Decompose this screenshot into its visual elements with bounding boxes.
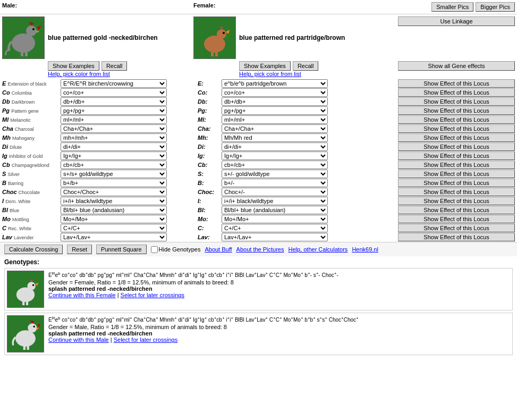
- female-locus-select-db[interactable]: db+/db+: [222, 97, 328, 106]
- female-locus-select-e[interactable]: e^b/e^b partridge/brown: [222, 79, 328, 88]
- svg-marker-31: [30, 320, 35, 323]
- henk-link[interactable]: Henk69.nl: [352, 246, 378, 253]
- female-locus-select-ig[interactable]: Ig+/Ig+: [222, 152, 328, 160]
- male-locus-select-b[interactable]: b+/b+: [61, 179, 167, 187]
- female-locus-label-ig: Ig:: [198, 153, 222, 159]
- use-linkage-button[interactable]: Use Linkage: [398, 16, 515, 26]
- female-locus-select-pg[interactable]: pg+/pg+: [222, 106, 328, 115]
- svg-marker-21: [30, 279, 33, 282]
- bigger-pics-button[interactable]: Bigger Pics: [476, 2, 515, 12]
- svg-marker-3: [29, 22, 34, 26]
- about-pictures-link[interactable]: About the Pictures: [236, 246, 284, 253]
- female-locus-select-ml[interactable]: ml+/ml+: [222, 115, 328, 124]
- female-locus-select-mo[interactable]: Mo+/Mo+: [222, 215, 328, 223]
- female-locus-select-co[interactable]: co+/co+: [222, 88, 328, 97]
- show-effect-button-pg[interactable]: Show Effect of this Locus: [398, 106, 515, 115]
- female-locus-select-bl[interactable]: Bl/bl+ blue (andalusian): [222, 206, 328, 214]
- about-buff-link[interactable]: About Buff: [205, 246, 232, 253]
- show-all-gene-button[interactable]: Show all Gene effects: [398, 61, 515, 71]
- female-recall-button[interactable]: Recall: [293, 61, 319, 71]
- male-locus-select-cb[interactable]: cb+/cb+: [61, 161, 167, 169]
- select-female-link[interactable]: Select for later crossings: [121, 292, 184, 298]
- female-locus-select-di[interactable]: di+/di+: [222, 142, 328, 151]
- female-show-examples-button[interactable]: Show Examples: [239, 61, 291, 71]
- show-effect-button-e[interactable]: Show Effect of this Locus: [398, 79, 515, 88]
- male-locus-select-e[interactable]: E^R/E^R birchen/crowwing: [61, 79, 167, 88]
- show-effect-button-di[interactable]: Show Effect of this Locus: [398, 142, 515, 151]
- locus-symbol-pg: Pg: [2, 107, 10, 114]
- help-other-link[interactable]: Help, other Calculators: [288, 246, 348, 253]
- female-genotype-info: EReb co+co+ db+db+ pg+pg+ ml+ml+ Cha+Cha…: [48, 271, 510, 298]
- female-locus-select-choc[interactable]: Choc+/-: [222, 188, 328, 196]
- male-locus-select-choc[interactable]: Choc+/Choc+: [61, 188, 167, 196]
- female-locus-row-s: S:s+/- gold/wildtype: [198, 170, 385, 178]
- male-locus-select-mo[interactable]: Mo+/Mo+: [61, 215, 167, 223]
- hide-genotypes-checkbox[interactable]: [151, 246, 158, 253]
- male-locus-select-c[interactable]: C+/C+: [61, 224, 167, 232]
- continue-female-link[interactable]: Continue with this Female: [48, 292, 116, 298]
- hide-genotypes-label[interactable]: Hide Genotypes: [151, 246, 201, 253]
- female-locus-row-i: I:i+/i+ black/wildtype: [198, 197, 385, 205]
- male-locus-select-cha[interactable]: Cha+/Cha+: [61, 124, 167, 133]
- show-effect-button-cha[interactable]: Show Effect of this Locus: [398, 124, 515, 133]
- show-effect-button-mo[interactable]: Show Effect of this Locus: [398, 215, 515, 223]
- show-effect-button-s[interactable]: Show Effect of this Locus: [398, 170, 515, 178]
- male-genotype-formula: EReb co+co+ db+db+ pg+pg+ ml+ml+ Cha+Cha…: [48, 315, 510, 324]
- male-locus-select-mh[interactable]: mh+/mh+: [61, 133, 167, 142]
- show-effect-button-mh[interactable]: Show Effect of this Locus: [398, 133, 515, 142]
- male-help-link[interactable]: Help, pick color from list: [48, 71, 110, 77]
- female-help-link[interactable]: Help, pick color from list: [239, 71, 301, 77]
- male-locus-select-co[interactable]: co+/co+: [61, 88, 167, 97]
- male-locus-select-db[interactable]: db+/db+: [61, 97, 167, 106]
- female-bird-image: [193, 16, 236, 59]
- male-locus-select-i[interactable]: i+/i+ black/wildtype: [61, 197, 167, 205]
- locus-name-ml: Melanotic: [10, 117, 31, 123]
- locus-name-b: Barring: [8, 181, 23, 186]
- male-locus-select-s[interactable]: s+/s+ gold/wildtype: [61, 170, 167, 178]
- male-locus-select-lav[interactable]: Lav+/Lav+: [61, 233, 167, 241]
- show-effect-button-b[interactable]: Show Effect of this Locus: [398, 179, 515, 187]
- male-genotype-info: EReb co+co+ db+db+ pg+pg+ ml+ml+ Cha+Cha…: [48, 315, 510, 343]
- svg-point-16: [223, 32, 225, 34]
- smaller-pics-button[interactable]: Smaller Pics: [431, 2, 473, 12]
- show-effect-button-co[interactable]: Show Effect of this Locus: [398, 88, 515, 97]
- female-locus-row-mo: Mo:Mo+/Mo+: [198, 215, 385, 223]
- female-locus-select-s[interactable]: s+/- gold/wildtype: [222, 170, 328, 178]
- select-male-link[interactable]: Select for later crossings: [114, 337, 177, 343]
- continue-male-link[interactable]: Continue with this Male: [48, 337, 109, 343]
- male-genotype-ratio: Gender = Male, Ratio = 1/8 = 12.5%, mini…: [48, 324, 510, 330]
- reset-button[interactable]: Reset: [67, 245, 92, 254]
- calculate-crossing-button[interactable]: Calculate Crossing: [4, 245, 63, 254]
- punnett-square-button[interactable]: Punnett Square: [96, 245, 146, 254]
- show-effect-button-bl[interactable]: Show Effect of this Locus: [398, 206, 515, 214]
- female-locus-row-b: B:b+/-: [198, 179, 385, 187]
- show-effect-button-c[interactable]: Show Effect of this Locus: [398, 224, 515, 232]
- male-locus-select-pg[interactable]: pg+/pg+: [61, 106, 167, 115]
- male-recall-button[interactable]: Recall: [101, 61, 128, 71]
- male-locus-select-ig[interactable]: Ig+/Ig+: [61, 152, 167, 160]
- female-locus-select-lav[interactable]: Lav+/Lav+: [222, 233, 328, 241]
- female-locus-select-cha[interactable]: Cha+/Cha+: [222, 124, 328, 133]
- show-effect-button-lav[interactable]: Show Effect of this Locus: [398, 233, 515, 241]
- show-effect-button-ml[interactable]: Show Effect of this Locus: [398, 115, 515, 124]
- show-effect-button-ig[interactable]: Show Effect of this Locus: [398, 152, 515, 160]
- male-locus-select-bl[interactable]: Bl/bl+ blue (andalusian): [61, 206, 167, 214]
- svg-point-1: [26, 26, 37, 36]
- show-effect-button-cb[interactable]: Show Effect of this Locus: [398, 161, 515, 169]
- show-effect-button-db[interactable]: Show Effect of this Locus: [398, 97, 515, 106]
- male-locus-select-di[interactable]: di+/di+: [61, 142, 167, 151]
- hide-genotypes-text: Hide Genotypes: [159, 246, 201, 253]
- female-locus-select-b[interactable]: b+/-: [222, 179, 328, 187]
- locus-symbol-choc: Choc: [2, 189, 17, 195]
- show-effect-button-choc[interactable]: Show Effect of this Locus: [398, 188, 515, 196]
- locus-symbol-db: Db: [2, 98, 10, 105]
- male-show-examples-button[interactable]: Show Examples: [48, 61, 99, 71]
- male-locus-select-ml[interactable]: ml+/ml+: [61, 115, 167, 124]
- male-label: Male:: [2, 2, 193, 9]
- show-effect-button-i[interactable]: Show Effect of this Locus: [398, 197, 515, 205]
- female-locus-select-mh[interactable]: Mh/Mh red: [222, 133, 328, 142]
- female-locus-select-c[interactable]: C+/C+: [222, 224, 328, 232]
- female-locus-select-i[interactable]: i+/i+ black/wildtype: [222, 197, 328, 205]
- locus-name-db: Darkbrown: [12, 99, 35, 105]
- female-locus-select-cb[interactable]: cb+/cb+: [222, 161, 328, 169]
